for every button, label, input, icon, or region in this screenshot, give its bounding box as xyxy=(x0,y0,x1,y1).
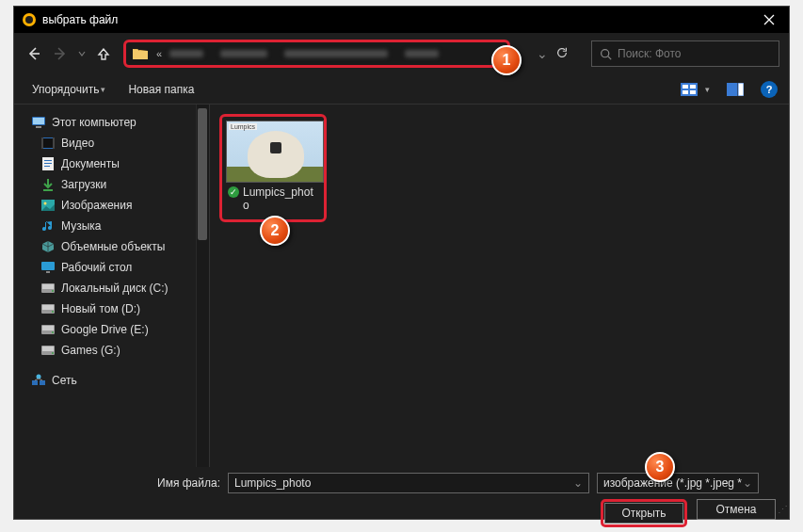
annotation-highlight-open: Открыть xyxy=(601,499,687,527)
annotation-badge-2: 2 xyxy=(260,216,290,246)
svg-rect-4 xyxy=(683,85,688,89)
annotation-badge-3: 3 xyxy=(645,452,675,482)
address-bar[interactable]: « xyxy=(123,40,510,68)
filetype-select[interactable]: изображение (*.jpg *.jpeg *.png) ⌄ xyxy=(597,473,759,493)
svg-rect-39 xyxy=(40,380,45,385)
svg-rect-21 xyxy=(43,189,53,191)
cancel-button[interactable]: Отмена xyxy=(697,499,776,520)
sync-check-icon: ✓ xyxy=(228,186,239,198)
chevron-down-icon[interactable]: ▾ xyxy=(705,85,710,94)
sidebar-item[interactable]: Документы xyxy=(18,153,205,174)
svg-point-2 xyxy=(602,49,609,56)
sidebar-scrollbar[interactable] xyxy=(196,105,209,467)
recent-dropdown-icon[interactable] xyxy=(76,43,88,64)
filename-label: Имя файла: xyxy=(157,476,220,490)
drive-icon xyxy=(40,301,56,316)
svg-point-23 xyxy=(44,202,47,205)
search-placeholder: Поиск: Фото xyxy=(618,47,682,60)
svg-rect-9 xyxy=(738,83,744,96)
svg-rect-30 xyxy=(42,305,54,310)
objects3d-icon xyxy=(40,239,56,254)
forward-button[interactable] xyxy=(50,43,71,64)
breadcrumb-overflow: « xyxy=(156,48,162,59)
dropdown-icon[interactable]: ⌄ xyxy=(537,46,548,61)
window-title: выбрать файл xyxy=(42,13,749,26)
network-icon xyxy=(31,373,46,388)
svg-rect-36 xyxy=(42,347,54,351)
chevron-down-icon: ⌄ xyxy=(743,476,752,490)
drive-icon xyxy=(40,322,56,337)
file-list[interactable]: Lumpics ✓ Lumpics_photo xyxy=(210,105,789,467)
sidebar-item[interactable]: Локальный диск (C:) xyxy=(18,278,205,298)
preview-pane-button[interactable] xyxy=(725,80,746,99)
svg-rect-38 xyxy=(32,380,38,385)
downloads-icon xyxy=(40,177,56,192)
breadcrumb xyxy=(169,50,439,57)
music-icon xyxy=(40,218,56,234)
app-icon xyxy=(22,12,37,27)
chevron-down-icon: ⌄ xyxy=(573,476,583,490)
svg-rect-12 xyxy=(36,126,41,128)
sidebar-item[interactable]: Рабочий стол xyxy=(18,257,205,278)
folder-icon xyxy=(132,46,149,61)
sidebar-network[interactable]: Сеть xyxy=(18,370,205,391)
file-item[interactable]: Lumpics ✓ Lumpics_photo xyxy=(219,114,327,222)
svg-point-37 xyxy=(52,352,54,354)
svg-rect-19 xyxy=(44,163,52,164)
svg-rect-14 xyxy=(42,138,54,148)
sidebar-item[interactable]: Загрузки xyxy=(18,174,205,195)
svg-rect-7 xyxy=(690,90,696,94)
svg-point-1 xyxy=(25,16,33,24)
up-button[interactable] xyxy=(93,43,114,64)
annotation-badge-1: 1 xyxy=(491,45,522,75)
refresh-icon[interactable] xyxy=(555,46,569,61)
dialog-body: Этот компьютер Видео Документы Загрузки … xyxy=(14,105,789,467)
svg-point-34 xyxy=(52,331,54,333)
svg-rect-27 xyxy=(42,284,54,289)
help-button[interactable]: ? xyxy=(759,80,779,99)
drive-icon xyxy=(40,281,56,296)
sidebar-item[interactable]: Видео xyxy=(18,133,205,153)
navigation-pane: Этот компьютер Видео Документы Загрузки … xyxy=(14,105,210,467)
sidebar-this-pc[interactable]: Этот компьютер xyxy=(18,112,205,133)
svg-rect-15 xyxy=(41,137,43,149)
sidebar-item[interactable]: Google Drive (E:) xyxy=(18,319,205,340)
filename-input[interactable]: Lumpics_photo ⌄ xyxy=(228,473,589,493)
chevron-down-icon: ▾ xyxy=(101,85,105,94)
pc-icon xyxy=(31,115,46,130)
documents-icon xyxy=(40,156,56,171)
video-icon xyxy=(40,136,56,151)
file-dialog-window: выбрать файл « xyxy=(13,6,790,520)
sidebar-item[interactable]: Изображения xyxy=(18,195,205,216)
svg-rect-20 xyxy=(44,166,50,167)
desktop-icon xyxy=(40,260,56,275)
close-button[interactable] xyxy=(749,7,789,33)
titlebar: выбрать файл xyxy=(14,7,789,33)
search-input[interactable]: Поиск: Фото xyxy=(591,40,779,67)
svg-rect-5 xyxy=(690,85,696,89)
address-actions: ⌄ xyxy=(520,46,586,61)
svg-rect-25 xyxy=(46,271,50,273)
sidebar-item[interactable]: Объемные объекты xyxy=(18,236,205,257)
svg-rect-18 xyxy=(44,160,52,161)
pictures-icon xyxy=(40,198,56,213)
svg-point-31 xyxy=(52,311,54,313)
resize-grip[interactable]: ⋰ xyxy=(778,504,786,516)
drive-icon xyxy=(40,343,56,358)
sidebar-item[interactable]: Музыка xyxy=(18,216,205,236)
svg-point-28 xyxy=(52,290,54,292)
svg-rect-8 xyxy=(727,83,737,96)
organize-button[interactable]: Упорядочить ▾ xyxy=(24,79,114,100)
svg-rect-6 xyxy=(683,90,688,94)
svg-rect-16 xyxy=(53,137,55,149)
view-thumbnails-button[interactable] xyxy=(679,80,699,99)
file-name-label: ✓ Lumpics_photo xyxy=(226,183,320,216)
sidebar-item[interactable]: Новый том (D:) xyxy=(18,298,205,319)
new-folder-button[interactable]: Новая папка xyxy=(120,79,202,100)
sidebar-item[interactable]: Games (G:) xyxy=(18,340,205,361)
open-button[interactable]: Открыть xyxy=(604,503,683,524)
svg-rect-33 xyxy=(42,326,54,330)
back-button[interactable] xyxy=(24,43,44,64)
svg-rect-24 xyxy=(41,262,55,270)
svg-rect-11 xyxy=(33,118,44,124)
